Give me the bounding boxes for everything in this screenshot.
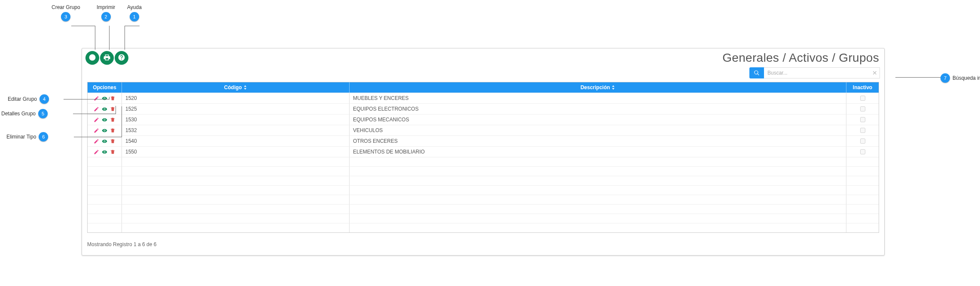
callout-imprimir: Imprimir 2 [97,4,115,21]
cell-codigo: 1532 [122,125,350,135]
cell-inactivo [846,146,879,157]
view-row-button[interactable] [102,138,107,144]
table-row: 1525EQUIPOS ELECTRONICOS [88,103,879,114]
view-row-button[interactable] [102,128,107,133]
delete-row-button[interactable] [110,96,116,101]
edit-row-button[interactable] [94,117,99,123]
column-header-opciones: Opciones [88,82,122,93]
table-row: 1520MUEBLES Y ENCERES [88,93,879,103]
breadcrumb: Generales / Activos / Grupos [722,51,879,65]
search-clear-button[interactable]: ✕ [870,67,879,78]
table-row: 1532VEHICULOS [88,125,879,135]
cell-descripcion: OTROS ENCERES [350,135,846,146]
print-icon [103,54,111,63]
search-button[interactable] [749,67,764,78]
callout-ayuda: Ayuda 1 [127,4,142,21]
callout-busqueda: 7 Búsqueda interactiva [940,73,980,83]
data-grid: Opciones Código Descripción Inactivo 152… [87,82,879,233]
panel-header: Generales / Activos / Grupos [82,48,884,66]
cell-descripcion: MUEBLES Y ENCERES [350,93,846,103]
sort-icon [612,85,615,90]
cell-inactivo [846,93,879,103]
inactive-checkbox [860,128,865,133]
view-row-button[interactable] [102,106,107,112]
cell-codigo: 1525 [122,103,350,114]
table-row-empty [88,204,879,214]
cell-descripcion: EQUIPOS ELECTRONICOS [350,103,846,114]
inactive-checkbox [860,117,865,122]
cell-codigo: 1530 [122,114,350,125]
table-row-empty [88,157,879,166]
search-icon [754,70,760,76]
table-row-empty [88,185,879,195]
cell-inactivo [846,114,879,125]
table-row: 1530EQUIPOS MECANICOS [88,114,879,125]
inactive-checkbox [860,149,865,154]
search-input[interactable] [764,67,880,78]
table-row: 1540OTROS ENCERES [88,135,879,146]
table-row-empty [88,214,879,223]
edit-row-button[interactable] [94,128,99,133]
view-row-button[interactable] [102,149,107,155]
cell-descripcion: EQUIPOS MECANICOS [350,114,846,125]
callout-editar-grupo: Editar Grupo 4 [8,94,49,104]
cell-codigo: 1550 [122,146,350,157]
cell-inactivo [846,103,879,114]
toolbar [85,51,128,65]
table-row-empty [88,195,879,204]
edit-row-button[interactable] [94,106,99,112]
cell-inactivo [846,135,879,146]
column-header-descripcion[interactable]: Descripción [350,82,846,93]
inactive-checkbox [860,106,865,111]
sort-icon [243,85,247,90]
inactive-checkbox [860,138,865,144]
close-icon: ✕ [872,70,877,76]
edit-row-button[interactable] [94,96,99,101]
print-button[interactable] [100,51,114,65]
delete-row-button[interactable] [110,149,116,155]
view-row-button[interactable] [102,117,107,123]
column-header-codigo[interactable]: Código [122,82,350,93]
grid-header: Opciones Código Descripción Inactivo [88,82,879,93]
cell-descripcion: VEHICULOS [350,125,846,135]
question-icon [118,54,125,63]
table-row-empty [88,166,879,176]
callout-detalles-grupo: Detalles Grupo 5 [1,109,48,118]
plus-icon [88,54,96,63]
inactive-checkbox [860,96,865,101]
record-count-footer: Mostrando Registro 1 a 6 de 6 [82,233,884,247]
delete-row-button[interactable] [110,106,116,112]
cell-inactivo [846,125,879,135]
help-button[interactable] [115,51,128,65]
view-row-button[interactable] [102,96,107,101]
cell-descripcion: ELEMENTOS DE MOBILIARIO [350,146,846,157]
edit-row-button[interactable] [94,138,99,144]
delete-row-button[interactable] [110,117,116,123]
searchbar: ✕ [82,66,884,82]
delete-row-button[interactable] [110,128,116,133]
callout-eliminar-tipo: Eliminar Tipo 6 [6,132,48,141]
table-row-empty [88,223,879,232]
cell-codigo: 1540 [122,135,350,146]
delete-row-button[interactable] [110,138,116,144]
edit-row-button[interactable] [94,149,99,155]
main-panel: Generales / Activos / Grupos ✕ Opciones … [82,48,885,256]
table-row: 1550ELEMENTOS DE MOBILIARIO [88,146,879,157]
table-row-empty [88,176,879,185]
create-group-button[interactable] [85,51,99,65]
callout-crear-grupo: Crear Grupo 3 [52,4,80,21]
cell-codigo: 1520 [122,93,350,103]
column-header-inactivo: Inactivo [846,82,879,93]
